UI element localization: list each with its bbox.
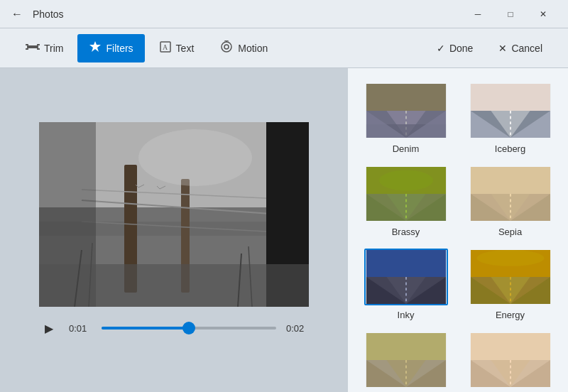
motion-icon [219, 40, 234, 56]
filter-thumb-sepia [469, 165, 552, 222]
video-panel: ▶ 0:01 0:02 [0, 68, 348, 392]
svg-text:A: A [163, 43, 168, 51]
filter-label-brassy: Brassy [392, 227, 420, 237]
svg-rect-72 [366, 333, 445, 360]
filters-tool-label: Filters [106, 43, 133, 54]
svg-rect-53 [470, 167, 550, 194]
filter-thumb-joy [364, 332, 448, 388]
filter-label-energy: Energy [496, 310, 525, 320]
cancel-button[interactable]: ✕ Cancel [487, 34, 554, 62]
seek-bar-track [102, 327, 276, 330]
text-icon: A [159, 40, 172, 56]
toolbar: Trim Filters A Text [0, 28, 568, 68]
filter-thumb-inky [364, 249, 448, 305]
filter-item-iceberg[interactable]: Iceberg [464, 82, 557, 154]
play-button[interactable]: ▶ [39, 318, 59, 338]
seek-bar-thumb[interactable] [182, 322, 195, 334]
seek-bar-container[interactable] [102, 321, 276, 335]
filter-label-denim: Denim [393, 143, 420, 154]
video-preview [39, 122, 309, 307]
total-time: 0:02 [286, 323, 309, 334]
svg-rect-4 [37, 48, 40, 50]
toolbar-tools: Trim Filters A Text [14, 34, 279, 62]
done-icon: ✓ [437, 43, 445, 54]
filter-thumb-energy [469, 249, 552, 305]
svg-marker-5 [89, 41, 101, 52]
svg-rect-33 [366, 84, 445, 111]
title-bar-left: ← Photos [9, 5, 64, 23]
text-tool-label: Text [176, 43, 195, 54]
title-bar-right: ─ □ ✕ [462, 0, 559, 28]
filter-item-joy[interactable]: Joy [359, 332, 452, 392]
svg-rect-78 [470, 333, 550, 360]
filter-item-inky[interactable]: Inky [359, 249, 452, 320]
svg-rect-3 [26, 48, 28, 50]
motion-tool-button[interactable]: Motion [208, 34, 279, 62]
filter-thumb-loved [469, 332, 552, 388]
svg-rect-0 [27, 45, 38, 48]
trim-tool-button[interactable]: Trim [14, 34, 75, 62]
filter-thumb-denim [364, 82, 448, 139]
current-time: 0:01 [69, 323, 92, 334]
close-button[interactable]: ✕ [527, 0, 559, 28]
trim-tool-label: Trim [44, 43, 63, 54]
main-content: ▶ 0:01 0:02 [0, 68, 568, 392]
svg-point-70 [476, 250, 544, 266]
filter-item-sepia[interactable]: Sepia [464, 165, 557, 237]
minimize-button[interactable]: ─ [462, 0, 494, 28]
video-controls: ▶ 0:01 0:02 [39, 318, 309, 338]
motion-tool-label: Motion [238, 43, 268, 54]
trim-icon [26, 40, 40, 56]
svg-point-9 [224, 45, 229, 49]
filter-label-iceberg: Iceberg [495, 143, 525, 154]
cancel-label: Cancel [511, 43, 542, 54]
filters-grid: Denim Iceberg [359, 82, 557, 392]
filter-label-sepia: Sepia [498, 227, 522, 237]
svg-point-8 [222, 42, 231, 52]
svg-point-26 [138, 129, 252, 186]
svg-rect-1 [26, 44, 28, 45]
filters-tool-button[interactable]: Filters [77, 34, 144, 62]
svg-rect-2 [37, 44, 40, 45]
filter-item-loved[interactable]: Loved [464, 332, 557, 392]
done-label: Done [449, 43, 473, 54]
back-button[interactable]: ← [9, 5, 26, 23]
maximize-button[interactable]: □ [494, 0, 527, 28]
filter-thumb-iceberg [469, 82, 552, 139]
filter-item-brassy[interactable]: Brassy [359, 165, 452, 237]
filter-item-energy[interactable]: Energy [464, 249, 557, 320]
seek-bar-fill [102, 327, 189, 330]
filters-panel: Denim Iceberg [348, 68, 568, 392]
play-icon: ▶ [45, 322, 53, 335]
cancel-icon: ✕ [498, 43, 507, 54]
filter-item-denim[interactable]: Denim [359, 82, 452, 154]
toolbar-actions: ✓ Done ✕ Cancel [425, 34, 554, 62]
filter-thumb-brassy [364, 165, 448, 222]
done-button[interactable]: ✓ Done [425, 34, 484, 62]
title-bar: ← Photos ─ □ ✕ [0, 0, 568, 28]
filters-icon [89, 40, 102, 56]
svg-point-51 [379, 170, 433, 191]
svg-rect-40 [470, 84, 550, 111]
text-tool-button[interactable]: A Text [148, 34, 206, 62]
video-container [39, 122, 309, 307]
filter-label-inky: Inky [398, 310, 415, 320]
svg-rect-59 [366, 250, 445, 277]
app-title: Photos [33, 9, 64, 20]
